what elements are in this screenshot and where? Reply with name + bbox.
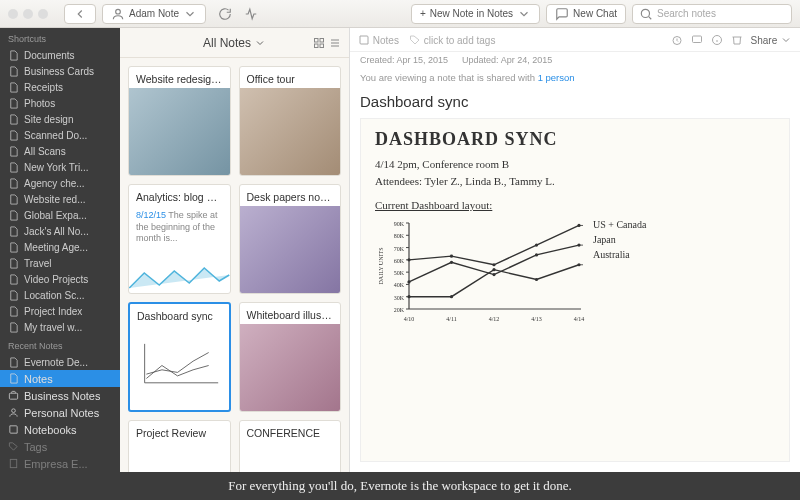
view-switcher (313, 37, 341, 49)
sidebar-item-label: Photos (24, 98, 55, 109)
trash-icon[interactable] (731, 34, 743, 46)
info-icon[interactable] (711, 34, 723, 46)
shortcuts-list: DocumentsBusiness CardsReceiptsPhotosSit… (0, 47, 120, 335)
svg-point-53 (535, 253, 538, 256)
tag-icon (8, 441, 19, 452)
sidebar-item[interactable]: Meeting Age... (0, 239, 120, 255)
legend-item: Japan (593, 232, 646, 247)
sync-icon[interactable] (218, 7, 232, 21)
sidebar-personal[interactable]: Personal Notes (0, 404, 120, 421)
note-card-title: Office tour (240, 67, 341, 88)
note-card[interactable]: Project Review (128, 420, 231, 472)
reminder-icon[interactable] (671, 34, 683, 46)
share-button[interactable]: Share (751, 34, 792, 46)
note-title[interactable]: Dashboard sync (350, 87, 800, 118)
sidebar-item-label: New York Tri... (24, 162, 88, 173)
doc-icon (8, 226, 19, 237)
sidebar-item[interactable]: Business Cards (0, 63, 120, 79)
window-controls[interactable] (8, 9, 48, 19)
note-body[interactable]: DASHBOARD SYNC 4/14 2pm, Conference room… (360, 118, 790, 462)
doc-icon (8, 162, 19, 173)
sidebar-item[interactable]: Site design (0, 111, 120, 127)
sidebar-item[interactable]: Travel (0, 255, 120, 271)
sidebar-notes[interactable]: Notes (0, 370, 120, 387)
sidebar-item[interactable]: All Scans (0, 143, 120, 159)
notebook-selector[interactable]: Notes (358, 34, 399, 46)
sidebar-item[interactable]: Jack's All No... (0, 223, 120, 239)
sidebar-notebooks[interactable]: Notebooks (0, 421, 120, 438)
list-view-icon[interactable] (329, 37, 341, 49)
sidebar-item-label: Website red... (24, 194, 86, 205)
note-card[interactable]: Desk papers november (239, 184, 342, 294)
sidebar-item[interactable]: Evernote De... (0, 354, 120, 370)
note-card-title: Website redesign: stock images (129, 67, 230, 88)
new-note-button[interactable]: + New Note in Notes (411, 4, 540, 24)
svg-point-58 (492, 268, 495, 271)
svg-text:4/14: 4/14 (574, 316, 585, 322)
new-note-label: New Note in Notes (430, 8, 513, 19)
note-card-title: Project Review (129, 421, 230, 442)
sidebar-item[interactable]: Location Sc... (0, 287, 120, 303)
back-button[interactable] (64, 4, 96, 24)
zoom-dot[interactable] (38, 9, 48, 19)
sidebar-item[interactable]: Scanned Do... (0, 127, 120, 143)
chevron-left-icon (73, 7, 87, 21)
note-panel: Notes click to add tags Share Created: A… (350, 28, 800, 472)
note-card[interactable]: Office tour (239, 66, 342, 176)
sidebar-tags[interactable]: Tags (0, 438, 120, 455)
note-card-thumb (240, 206, 341, 293)
sidebar-notes-label: Notes (24, 373, 53, 385)
sidebar-item[interactable]: Receipts (0, 79, 120, 95)
account-menu[interactable]: Adam Note (102, 4, 206, 24)
overlay-text: For everything you'll do, Evernote is th… (228, 478, 572, 494)
sidebar-item[interactable]: Agency che... (0, 175, 120, 191)
created-value: Apr 15, 2015 (397, 55, 449, 65)
note-card[interactable]: Analytics: blog performance Nove...8/12/… (128, 184, 231, 294)
activity-icon[interactable] (244, 7, 258, 21)
sidebar-item[interactable]: Documents (0, 47, 120, 63)
note-card-title: Whiteboard illustrations - Carlos... (240, 303, 341, 324)
note-card[interactable]: Dashboard sync (128, 302, 231, 412)
grid-view-icon[interactable] (313, 37, 325, 49)
sidebar-item[interactable]: Video Projects (0, 271, 120, 287)
minimize-dot[interactable] (23, 9, 33, 19)
sidebar-item[interactable]: Photos (0, 95, 120, 111)
sidebar-item[interactable]: Project Index (0, 303, 120, 319)
shared-link[interactable]: 1 person (538, 72, 575, 83)
present-icon[interactable] (691, 34, 703, 46)
chevron-down-icon (254, 37, 266, 49)
note-toolbar: Notes click to add tags Share (350, 28, 800, 52)
note-card-title: Analytics: blog performance Nove... (129, 185, 230, 206)
sidebar-item-label: Receipts (24, 82, 63, 93)
sketch-chart: 20K30K40K50K60K70K80K90K4/104/114/124/13… (375, 217, 775, 327)
sidebar-item[interactable]: New York Tri... (0, 159, 120, 175)
sidebar-empresa[interactable]: Empresa E... (0, 455, 120, 472)
chart-svg: 20K30K40K50K60K70K80K90K4/104/114/124/13… (375, 217, 585, 327)
tag-prompt: click to add tags (424, 35, 496, 46)
marketing-overlay: For everything you'll do, Evernote is th… (0, 472, 800, 500)
sidebar-item-label: Scanned Do... (24, 130, 87, 141)
tag-input[interactable]: click to add tags (409, 34, 496, 46)
sidebar-item[interactable]: Global Expa... (0, 207, 120, 223)
chat-icon (555, 7, 569, 21)
note-card[interactable]: CONFERENCE (239, 420, 342, 472)
svg-rect-9 (320, 44, 324, 48)
note-card[interactable]: Whiteboard illustrations - Carlos... (239, 302, 342, 412)
svg-text:60K: 60K (394, 258, 405, 264)
close-dot[interactable] (8, 9, 18, 19)
sidebar-business[interactable]: Business Notes (0, 387, 120, 404)
sidebar-item[interactable]: Website red... (0, 191, 120, 207)
search-input[interactable]: Search notes (632, 4, 792, 24)
note-list-title-dropdown[interactable]: All Notes (203, 36, 266, 50)
sidebar-item[interactable]: My travel w... (0, 319, 120, 335)
svg-text:40K: 40K (394, 282, 405, 288)
note-card-thumb (240, 324, 341, 411)
note-card[interactable]: Website redesign: stock images (128, 66, 231, 176)
titlebar: Adam Note + New Note in Notes New Chat S… (0, 0, 800, 28)
new-chat-button[interactable]: New Chat (546, 4, 626, 24)
tag-icon (409, 34, 421, 46)
doc-icon (8, 357, 19, 368)
svg-point-4 (12, 409, 16, 413)
svg-text:70K: 70K (394, 246, 405, 252)
doc-icon (8, 114, 19, 125)
